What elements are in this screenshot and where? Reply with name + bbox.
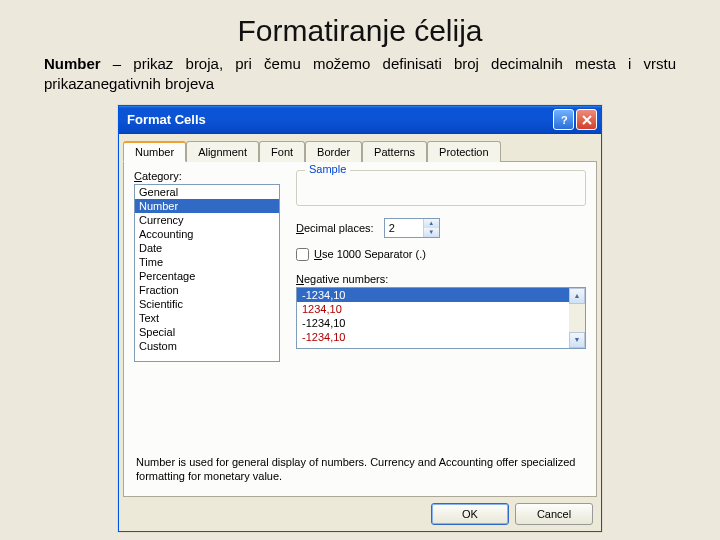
negative-item[interactable]: -1234,10 <box>297 288 585 302</box>
decimal-label: Decimal places: <box>296 222 374 234</box>
category-item[interactable]: Date <box>135 241 279 255</box>
sample-label: Sample <box>305 163 350 175</box>
sample-group: Sample <box>296 170 586 206</box>
spin-up-icon[interactable]: ▲ <box>424 219 439 228</box>
desc-text: – prikaz broja, pri čemu možemo definisa… <box>44 55 676 92</box>
desc-keyword: Number <box>44 55 101 72</box>
category-item[interactable]: Percentage <box>135 269 279 283</box>
category-item[interactable]: Number <box>135 199 279 213</box>
decimal-input[interactable] <box>385 219 423 237</box>
tab-number[interactable]: Number <box>123 141 186 162</box>
close-button[interactable] <box>576 109 597 130</box>
thousand-separator-label: Use 1000 Separator (.) <box>314 248 426 260</box>
svg-text:?: ? <box>561 114 568 126</box>
scroll-track[interactable] <box>569 304 585 332</box>
spin-down-icon[interactable]: ▼ <box>424 228 439 237</box>
tab-row: NumberAlignmentFontBorderPatternsProtect… <box>123 140 597 162</box>
category-label: Category: <box>134 170 182 182</box>
tab-border[interactable]: Border <box>305 141 362 162</box>
help-button[interactable]: ? <box>553 109 574 130</box>
format-cells-dialog: Format Cells ? NumberAlignmentFontBorder… <box>118 105 602 532</box>
button-bar: OK Cancel <box>119 497 601 531</box>
tab-alignment[interactable]: Alignment <box>186 141 259 162</box>
category-listbox[interactable]: GeneralNumberCurrencyAccountingDateTimeP… <box>134 184 280 362</box>
scroll-up-icon[interactable]: ▲ <box>569 288 585 304</box>
slide-description: Number – prikaz broja, pri čemu možemo d… <box>0 54 720 103</box>
category-item[interactable]: Time <box>135 255 279 269</box>
category-item[interactable]: General <box>135 185 279 199</box>
category-item[interactable]: Currency <box>135 213 279 227</box>
cancel-button[interactable]: Cancel <box>515 503 593 525</box>
scroll-down-icon[interactable]: ▼ <box>569 332 585 348</box>
category-item[interactable]: Scientific <box>135 297 279 311</box>
titlebar[interactable]: Format Cells ? <box>119 106 601 134</box>
hint-text: Number is used for general display of nu… <box>136 455 584 484</box>
category-item[interactable]: Accounting <box>135 227 279 241</box>
ok-button[interactable]: OK <box>431 503 509 525</box>
negative-item[interactable]: 1234,10 <box>297 302 585 316</box>
slide-title: Formatiranje ćelija <box>0 0 720 54</box>
category-item[interactable]: Special <box>135 325 279 339</box>
negative-item[interactable]: -1234,10 <box>297 316 585 330</box>
negative-item[interactable]: -1234,10 <box>297 330 585 344</box>
negative-listbox[interactable]: -1234,101234,10-1234,10-1234,10 ▲ ▼ <box>296 287 586 349</box>
tab-protection[interactable]: Protection <box>427 141 501 162</box>
negative-label: Negative numbers: <box>296 273 586 285</box>
category-item[interactable]: Custom <box>135 339 279 353</box>
scrollbar[interactable]: ▲ ▼ <box>569 288 585 348</box>
tab-patterns[interactable]: Patterns <box>362 141 427 162</box>
tab-panel-number: Category: GeneralNumberCurrencyAccountin… <box>123 162 597 497</box>
category-item[interactable]: Fraction <box>135 283 279 297</box>
thousand-separator-checkbox[interactable] <box>296 248 309 261</box>
decimal-spinner[interactable]: ▲ ▼ <box>384 218 440 238</box>
category-item[interactable]: Text <box>135 311 279 325</box>
tab-font[interactable]: Font <box>259 141 305 162</box>
dialog-title: Format Cells <box>127 112 551 127</box>
